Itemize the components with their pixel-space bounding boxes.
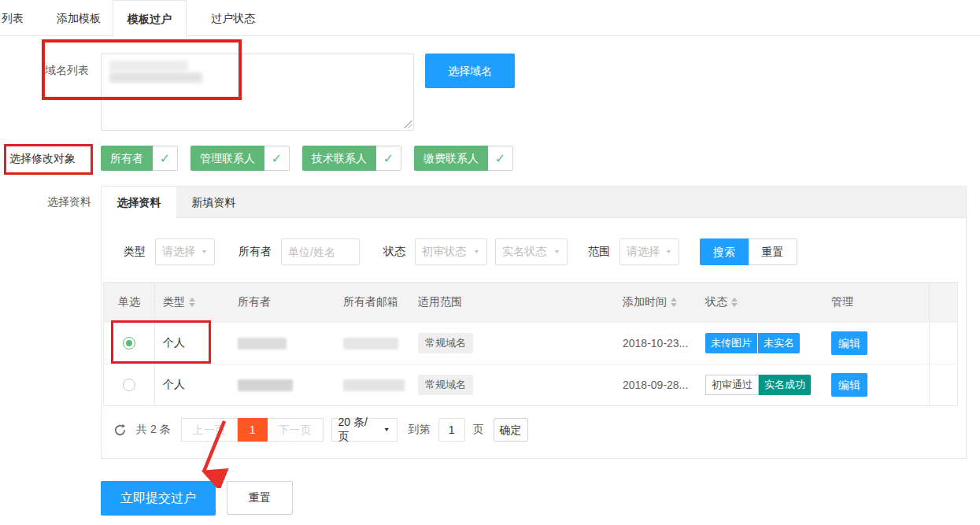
filter-scope-select[interactable]: 请选择 ▼: [619, 238, 679, 265]
filter-audit-status-select[interactable]: 初审状态 ▼: [415, 238, 487, 265]
sort-icon[interactable]: [189, 298, 195, 307]
next-page-button[interactable]: 下一页: [268, 418, 324, 442]
material-label: 选择资料: [47, 195, 91, 209]
col-header-radio: 单选: [104, 283, 155, 322]
search-button[interactable]: 搜索: [700, 238, 749, 265]
refresh-icon[interactable]: [113, 423, 127, 437]
filter-audit-status-value: 初审状态: [422, 245, 466, 259]
filter-type-label: 类型: [124, 245, 146, 259]
filter-scope-value: 请选择: [627, 245, 660, 259]
owner-email-cell: [335, 364, 410, 405]
top-tab-bar: 列表 添加模板 模板过户 过户状态: [0, 0, 980, 36]
col-header-status-label: 状态: [705, 295, 727, 309]
toggle-owner[interactable]: 所有者 ✓: [101, 146, 178, 171]
jump-page-input[interactable]: [438, 418, 465, 442]
status-badge: 未传图片: [705, 333, 757, 353]
chevron-down-icon: ▼: [665, 249, 672, 255]
type-cell: 个人: [155, 323, 230, 364]
top-tab-add-template[interactable]: 添加模板: [57, 0, 101, 36]
redacted-domain-line: [109, 72, 202, 83]
sort-icon[interactable]: [731, 298, 738, 307]
status-cell: 未传图片 未实名: [697, 323, 823, 364]
sort-icon[interactable]: [671, 298, 677, 307]
tab-new-material[interactable]: 新填资料: [176, 187, 251, 218]
page-size-value: 20 条/页: [338, 416, 379, 444]
edit-button[interactable]: 编辑: [831, 373, 867, 397]
tab-select-material[interactable]: 选择资料: [102, 187, 176, 219]
row-radio-selected[interactable]: [123, 337, 135, 349]
check-icon[interactable]: ✓: [264, 146, 290, 171]
material-panel: 选择资料 新填资料 类型 请选择 ▼ 所有者 状态 初审状态 ▼ 实名状态 ▼ …: [101, 186, 967, 459]
filter-realname-status-select[interactable]: 实名状态 ▼: [495, 238, 568, 265]
filter-reset-button[interactable]: 重置: [749, 238, 797, 265]
chevron-down-icon: ▼: [553, 249, 560, 255]
filter-realname-status-value: 实名状态: [502, 245, 546, 259]
col-header-status[interactable]: 状态: [697, 283, 823, 322]
textarea-resize-handle[interactable]: [404, 120, 412, 128]
manage-cell: 编辑: [823, 323, 930, 364]
added-time-cell: 2018-10-23...: [615, 323, 697, 364]
check-icon[interactable]: ✓: [153, 146, 178, 171]
toggle-tech-contact[interactable]: 技术联系人 ✓: [302, 146, 401, 171]
redacted-email: [343, 338, 398, 349]
col-header-type[interactable]: 类型: [155, 283, 230, 322]
status-cell: 初审通过 实名成功: [697, 364, 823, 405]
row-radio-unselected[interactable]: [123, 379, 135, 391]
domain-list-textarea[interactable]: [101, 54, 414, 131]
confirm-button[interactable]: 确定: [494, 418, 528, 442]
filter-owner-input[interactable]: [281, 238, 360, 265]
choose-domain-button[interactable]: 选择域名: [425, 54, 515, 88]
filter-scope-label: 范围: [588, 245, 610, 259]
col-header-added-time[interactable]: 添加时间: [615, 283, 697, 322]
type-cell: 个人: [155, 364, 230, 405]
current-page[interactable]: 1: [238, 418, 268, 442]
toggle-admin-contact[interactable]: 管理联系人 ✓: [190, 146, 290, 171]
domain-list-label: 域名列表: [45, 64, 89, 78]
added-time-cell: 2018-09-28...: [615, 364, 697, 405]
owner-email-cell: [335, 323, 410, 364]
filter-type-select[interactable]: 请选择 ▼: [155, 238, 215, 265]
check-icon[interactable]: ✓: [488, 146, 513, 171]
jump-suffix-label: 页: [473, 423, 484, 437]
check-icon[interactable]: ✓: [376, 146, 401, 171]
top-tab-list[interactable]: 列表: [2, 0, 24, 36]
page-size-select[interactable]: 20 条/页 ▼: [331, 418, 398, 442]
filter-type-value: 请选择: [162, 245, 195, 259]
redacted-owner: [238, 338, 287, 349]
redacted-owner: [238, 379, 293, 391]
footer-reset-button[interactable]: 重置: [227, 481, 293, 515]
col-header-scope: 适用范围: [410, 283, 615, 322]
submit-transfer-button[interactable]: 立即提交过户: [101, 481, 216, 516]
table-header-row: 单选 类型 所有者 所有者邮箱 适用范围 添加时间 状态 管理: [104, 283, 957, 322]
pagination: 共 2 条 上一页 1 下一页 20 条/页 ▼ 到第 页 确定: [113, 418, 528, 442]
redacted-email: [343, 379, 405, 391]
prev-page-button[interactable]: 上一页: [181, 418, 238, 442]
toggle-owner-label: 所有者: [101, 146, 153, 171]
edit-button[interactable]: 编辑: [831, 331, 867, 355]
radio-cell: [104, 323, 155, 364]
col-header-owner-email: 所有者邮箱: [335, 283, 410, 322]
page-buttons: 上一页 1 下一页: [181, 418, 324, 442]
col-header-owner: 所有者: [230, 283, 335, 322]
total-count: 共 2 条: [136, 423, 171, 437]
scope-cell: 常规域名: [410, 323, 615, 364]
toggle-billing-contact[interactable]: 缴费联系人 ✓: [414, 146, 513, 171]
col-header-added-time-label: 添加时间: [623, 295, 667, 309]
toggle-tech-label: 技术联系人: [302, 146, 376, 171]
table-row: 个人 常规域名 2018-10-23... 未传图片 未实名 编辑: [104, 322, 957, 364]
filter-status-label: 状态: [383, 245, 405, 259]
owner-cell: [230, 364, 335, 405]
filter-owner-label: 所有者: [239, 245, 272, 259]
chevron-down-icon: ▼: [383, 427, 390, 433]
modify-target-label: 选择修改对象: [9, 152, 76, 166]
toggle-admin-label: 管理联系人: [190, 146, 264, 171]
toggle-billing-label: 缴费联系人: [414, 146, 488, 171]
top-tab-template-transfer[interactable]: 模板过户: [113, 0, 187, 37]
radio-cell: [104, 364, 155, 405]
filter-row: 类型 请选择 ▼ 所有者 状态 初审状态 ▼ 实名状态 ▼ 范围 请选择 ▼ 搜…: [124, 238, 797, 265]
owner-cell: [230, 323, 335, 364]
spacer-cell: [930, 323, 957, 364]
spacer-cell: [930, 364, 957, 405]
top-tab-transfer-status[interactable]: 过户状态: [211, 0, 255, 36]
manage-cell: 编辑: [823, 364, 930, 405]
